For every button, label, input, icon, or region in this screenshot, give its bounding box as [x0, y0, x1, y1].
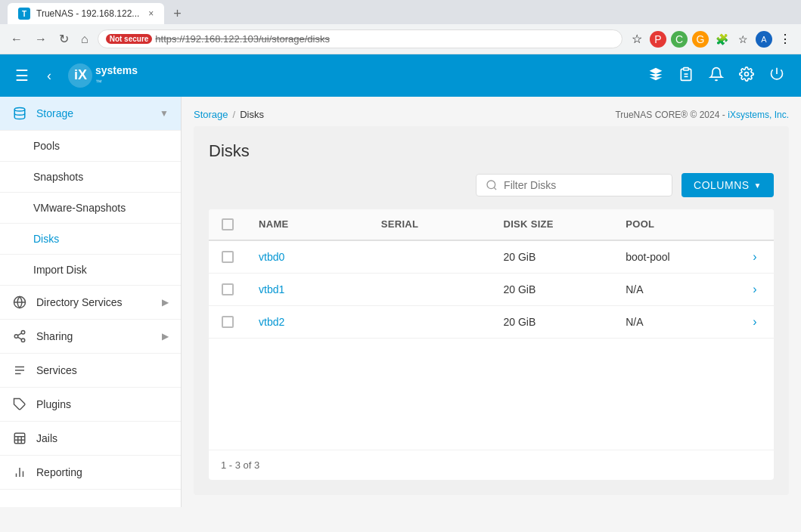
plugins-icon — [12, 397, 27, 412]
svg-rect-4 — [684, 67, 689, 70]
row-2-expand-button[interactable]: › — [736, 274, 774, 305]
sharing-arrow-icon: ▶ — [162, 331, 169, 342]
breadcrumb-storage-link[interactable]: Storage — [194, 109, 228, 120]
directory-services-label: Directory Services — [36, 296, 153, 308]
not-secure-badge: Not secure — [106, 34, 153, 44]
home-button[interactable]: ⌂ — [78, 29, 92, 49]
table-row: vtbd1 20 GiB N/A › — [209, 274, 774, 306]
sidebar-item-reporting[interactable]: Reporting — [0, 456, 181, 490]
row-2-name[interactable]: vtbd1 — [247, 274, 369, 305]
extension-icon-2[interactable]: C — [671, 31, 688, 48]
bell-icon-button[interactable] — [704, 62, 728, 90]
jails-label: Jails — [36, 432, 169, 444]
sidebar-item-jails[interactable]: Jails — [0, 422, 181, 456]
menu-button[interactable]: ⋮ — [777, 31, 793, 48]
header-right — [644, 62, 789, 90]
table-header: Name Serial Disk Size Pool — [209, 209, 774, 241]
reporting-icon — [12, 465, 27, 480]
jails-icon — [12, 431, 27, 446]
header-left: ☰ ‹ iX systems ™ — [12, 62, 172, 89]
sidebar-item-disks[interactable]: Disks — [0, 224, 181, 255]
row-3-disk-size: 20 GiB — [492, 307, 614, 337]
hamburger-menu-button[interactable]: ☰ — [12, 63, 32, 88]
sidebar-item-sharing[interactable]: Sharing ▶ — [0, 320, 181, 354]
sidebar-item-plugins[interactable]: Plugins — [0, 388, 181, 422]
directory-services-icon — [12, 295, 27, 310]
services-label: Services — [36, 364, 169, 376]
svg-line-16 — [17, 333, 21, 336]
app-logo: iX systems ™ — [67, 62, 172, 89]
sidebar-item-services[interactable]: Services — [0, 354, 181, 388]
filter-disks-input[interactable] — [504, 179, 663, 191]
header-back-button[interactable]: ‹ — [44, 65, 54, 87]
sidebar-item-import-disk[interactable]: Import Disk — [0, 255, 181, 286]
serial-column-header: Serial — [369, 209, 492, 240]
forward-nav-button[interactable]: → — [32, 29, 50, 49]
import-disk-label: Import Disk — [33, 264, 169, 276]
row-2-checkbox-cell — [209, 274, 247, 305]
breadcrumb-separator: / — [233, 109, 236, 120]
layers-icon-button[interactable] — [644, 62, 668, 90]
columns-button[interactable]: COLUMNS ▼ — [681, 173, 774, 197]
row-2-disk-size: 20 GiB — [492, 274, 614, 305]
row-2-checkbox[interactable] — [222, 283, 234, 295]
disk-table: Name Serial Disk Size Pool vtbd0 — [209, 209, 774, 480]
browser-toolbar-icons: ☆ P C G 🧩 ☆ A ⋮ — [629, 31, 793, 48]
row-1-serial — [369, 248, 492, 266]
svg-text:systems: systems — [95, 64, 138, 76]
row-2-serial — [369, 280, 492, 298]
svg-point-12 — [21, 331, 25, 335]
extension-icon-3[interactable]: G — [692, 31, 709, 48]
address-bar[interactable]: Not secure https://192.168.122.103/ui/st… — [98, 29, 622, 48]
filter-input-container — [476, 174, 672, 196]
pagination-info: 1 - 3 of 3 — [209, 450, 774, 480]
back-nav-button[interactable]: ← — [8, 29, 26, 49]
browser-tab[interactable]: T TrueNAS - 192.168.122... × — [8, 3, 164, 24]
breadcrumb-version-area: TrueNAS CORE® © 2024 - iXsystems, Inc. — [615, 109, 789, 120]
ix-systems-logo: iX systems ™ — [67, 62, 172, 89]
row-3-pool: N/A — [613, 307, 736, 337]
table-row: vtbd2 20 GiB N/A › — [209, 306, 774, 339]
svg-text:iX: iX — [74, 67, 87, 82]
tab-close-button[interactable]: × — [148, 8, 154, 19]
extensions-button[interactable]: 🧩 — [713, 31, 730, 48]
bookmark-button[interactable]: ☆ — [734, 31, 751, 48]
search-icon — [486, 179, 498, 191]
power-icon-button[interactable] — [765, 62, 789, 90]
gear-icon-button[interactable] — [734, 62, 759, 90]
row-1-pool: boot-pool — [613, 242, 736, 272]
svg-point-9 — [14, 108, 25, 112]
storage-collapse-icon: ▼ — [160, 108, 169, 119]
svg-point-14 — [21, 339, 25, 342]
sharing-icon — [12, 329, 27, 344]
sidebar-item-directory-services[interactable]: Directory Services ▶ — [0, 286, 181, 320]
svg-point-13 — [14, 335, 18, 339]
app-container: ☰ ‹ iX systems ™ — [0, 54, 801, 507]
row-1-checkbox[interactable] — [222, 251, 234, 263]
sidebar: Storage ▼ Pools Snapshots VMware-Snapsho… — [0, 97, 182, 507]
svg-point-7 — [745, 72, 749, 76]
row-3-expand-button[interactable]: › — [736, 306, 774, 338]
extension-icon-1[interactable]: P — [650, 31, 666, 48]
sidebar-item-storage[interactable]: Storage ▼ — [0, 97, 181, 131]
profile-button[interactable]: A — [756, 31, 772, 48]
reporting-label: Reporting — [36, 466, 169, 478]
sidebar-item-pools[interactable]: Pools — [0, 131, 181, 162]
select-all-checkbox[interactable] — [222, 218, 234, 230]
new-tab-button[interactable]: + — [167, 5, 188, 23]
company-link[interactable]: iXsystems, Inc. — [728, 110, 789, 120]
directory-services-arrow-icon: ▶ — [162, 297, 169, 308]
row-1-name[interactable]: vtbd0 — [247, 242, 369, 272]
row-1-expand-button[interactable]: › — [736, 241, 774, 273]
columns-dropdown-arrow-icon: ▼ — [754, 181, 762, 190]
reload-button[interactable]: ↻ — [56, 29, 72, 49]
bookmark-star-button[interactable]: ☆ — [629, 31, 645, 48]
sidebar-item-vmware-snapshots[interactable]: VMware-Snapshots — [0, 193, 181, 224]
content-area: Storage / Disks TrueNAS CORE® © 2024 - i… — [182, 97, 801, 507]
svg-point-29 — [487, 181, 495, 189]
disks-panel: Disks COLUMNS ▼ — [194, 126, 789, 495]
clipboard-icon-button[interactable] — [674, 62, 698, 90]
row-3-checkbox[interactable] — [222, 316, 234, 328]
sidebar-item-snapshots[interactable]: Snapshots — [0, 162, 181, 193]
row-3-name[interactable]: vtbd2 — [247, 307, 369, 337]
